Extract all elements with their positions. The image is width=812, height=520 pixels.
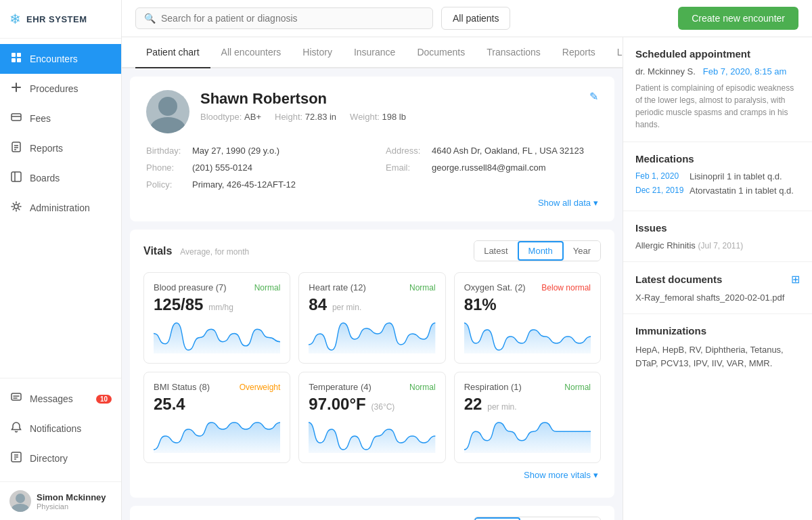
spark-chart <box>309 419 435 453</box>
medication-item: Dec 21, 2019Atorvastatin 1 in tablet q.d… <box>635 186 800 196</box>
sidebar-item-label: Fees <box>30 113 51 124</box>
sidebar-bottom: Messages 10 Notifications Directory <box>0 378 121 479</box>
vitals-grid: Blood preasure (7) Normal 125/85 mm/hg H… <box>143 272 601 463</box>
sidebar-item-administration[interactable]: Administration <box>0 193 121 223</box>
vital-unit: per min. <box>487 402 516 412</box>
main-area: 🔍 All patients Create new encounter Pati… <box>122 0 812 520</box>
patient-details: Birthday: May 27, 1990 (29 y.o.) Phone: … <box>146 146 598 190</box>
phone-row: Phone: (201) 555-0124 <box>146 162 359 173</box>
patient-info-card: Shawn Robertson Bloodtype: AB+ Height: 7… <box>130 77 614 221</box>
sidebar-item-boards[interactable]: Boards <box>0 163 121 193</box>
med-date: Dec 21, 2019 <box>635 186 684 195</box>
vital-unit: per min. <box>332 303 361 312</box>
chevron-down-icon: ▾ <box>593 470 598 480</box>
sidebar-item-label: Administration <box>30 202 90 213</box>
period-btn-month[interactable]: Month <box>518 241 564 261</box>
sidebar-item-reports[interactable]: Reports <box>0 133 121 163</box>
vital-value: 125/85 <box>154 295 203 313</box>
vital-value: 97.00°F <box>309 395 365 413</box>
height-label: Height: 72.83 in <box>275 112 336 122</box>
vital-card-oxygen-sat: Oxygen Sat. (2) Below normal 81% <box>454 272 601 364</box>
sidebar-user: Simon Mckinney Physician <box>0 481 121 520</box>
svg-point-20 <box>16 494 25 503</box>
vital-card-value-row: 125/85 mm/hg <box>154 295 280 314</box>
policy-row: Policy: Primary, 426-45-12AFT-12 <box>146 179 359 190</box>
review-header: Review of systems Mar 11, 2019 Latest Mo… <box>143 517 601 520</box>
issue-item: Allergic Rhinitis (Jul 7, 2011) <box>635 240 800 251</box>
vital-value: 81% <box>464 295 497 313</box>
document-add-icon[interactable]: ⊞ <box>791 273 800 286</box>
sidebar-item-encounters[interactable]: Encounters <box>0 44 121 74</box>
patient-panel: Patient chartAll encountersHistoryInsura… <box>122 37 623 520</box>
sidebar-item-fees[interactable]: Fees <box>0 104 121 133</box>
svg-rect-12 <box>12 172 21 181</box>
tab-transactions[interactable]: Transactions <box>476 37 551 68</box>
messages-icon <box>9 391 23 406</box>
edit-patient-icon[interactable]: ✎ <box>589 90 598 103</box>
sidebar-item-label: Messages <box>30 393 73 404</box>
review-period-year[interactable]: Year <box>564 517 600 520</box>
content-area: Patient chartAll encountersHistoryInsura… <box>122 37 812 520</box>
reports-icon <box>9 141 23 156</box>
sidebar-item-directory[interactable]: Directory <box>0 443 121 473</box>
tab-reports[interactable]: Reports <box>551 37 606 68</box>
tab-patient-chart[interactable]: Patient chart <box>135 37 210 68</box>
notifications-icon <box>9 421 23 436</box>
med-date: Feb 1, 2020 <box>635 171 684 181</box>
vital-card-name: Respiration (1) <box>464 382 522 392</box>
all-patients-button[interactable]: All patients <box>441 7 510 30</box>
vital-value: 84 <box>309 295 327 313</box>
tab-insurance[interactable]: Insurance <box>343 37 406 68</box>
sidebar-item-label: Notifications <box>30 423 81 434</box>
svg-point-23 <box>150 117 185 133</box>
scheduled-appointment-section: Scheduled appointment dr. Mckinney S. Fe… <box>623 37 812 142</box>
avatar <box>9 490 31 512</box>
vital-status: Normal <box>254 283 281 292</box>
birthday-row: Birthday: May 27, 1990 (29 y.o.) <box>146 146 359 156</box>
show-all-data-link[interactable]: Show all data ▾ <box>146 198 598 208</box>
review-period-latest[interactable]: Latest <box>474 517 520 520</box>
procedures-icon <box>9 81 23 96</box>
search-input[interactable] <box>161 13 424 24</box>
right-panel: Scheduled appointment dr. Mckinney S. Fe… <box>623 37 812 520</box>
logo-icon: ❄ <box>9 11 21 27</box>
vital-card-header: BMI Status (8) Overweight <box>154 382 280 392</box>
search-box[interactable]: 🔍 <box>135 7 433 29</box>
sidebar-item-messages[interactable]: Messages 10 <box>0 384 121 414</box>
period-btn-year[interactable]: Year <box>564 241 600 261</box>
sidebar-item-procedures[interactable]: Procedures <box>0 74 121 104</box>
vital-status: Normal <box>564 383 591 392</box>
medications-list: Feb 1, 2020Lisinopril 1 in tablet q.d.De… <box>635 171 800 196</box>
tab-ledger[interactable]: Ledger <box>606 37 623 68</box>
spark-chart <box>154 419 280 453</box>
show-more-vitals-link[interactable]: Show more vitals ▾ <box>143 463 601 487</box>
vital-card-name: Temperature (4) <box>309 382 371 392</box>
create-encounter-button[interactable]: Create new encounter <box>678 7 798 30</box>
medications-section: Medications Feb 1, 2020Lisinopril 1 in t… <box>623 142 812 211</box>
tab-documents[interactable]: Documents <box>406 37 476 68</box>
vital-card-header: Heart rate (12) Normal <box>309 282 435 292</box>
vital-value: 22 <box>464 395 482 413</box>
patient-main: Shawn Robertson Bloodtype: AB+ Height: 7… <box>200 90 598 122</box>
immunizations-section: Immunizations HepA, HepB, RV, Diphtheria… <box>623 314 812 381</box>
svg-point-22 <box>158 97 177 116</box>
vital-status: Below normal <box>541 283 591 292</box>
vital-card-heart-rate: Heart rate (12) Normal 84 per min. <box>298 272 445 364</box>
encounters-icon <box>9 51 23 66</box>
spark-chart <box>154 320 280 353</box>
tab-history[interactable]: History <box>292 37 343 68</box>
vital-card-header: Temperature (4) Normal <box>309 382 435 392</box>
tab-all-encounters[interactable]: All encounters <box>210 37 292 68</box>
sidebar-item-notifications[interactable]: Notifications <box>0 414 121 443</box>
spark-chart <box>464 419 591 453</box>
svg-point-21 <box>12 504 29 512</box>
sidebar-item-label: Encounters <box>30 53 78 64</box>
period-btn-latest[interactable]: Latest <box>474 241 517 261</box>
chevron-down-icon: ▾ <box>593 198 598 208</box>
review-period-month[interactable]: Month <box>520 517 564 520</box>
svg-rect-0 <box>12 53 16 57</box>
issue-date: (Jul 7, 2011) <box>698 241 744 251</box>
svg-rect-3 <box>17 58 21 62</box>
review-period-buttons: Latest Month Year <box>474 517 601 520</box>
svg-rect-6 <box>12 114 21 121</box>
